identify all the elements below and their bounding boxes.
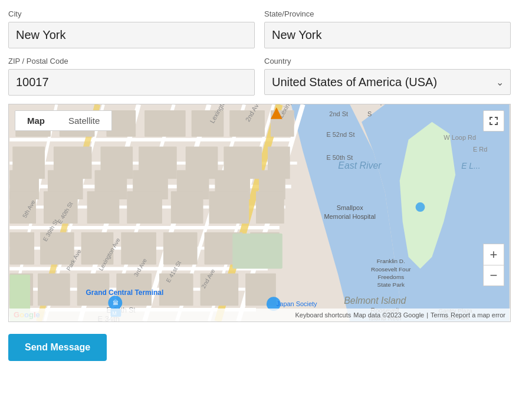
form-row-zip-country: ZIP / Postal Code Country United States … (8, 57, 511, 96)
map-zoom-controls: + − (483, 244, 504, 286)
svg-rect-50 (256, 191, 284, 224)
state-label: State/Province (264, 9, 511, 18)
svg-text:W Loop Rd: W Loop Rd (362, 104, 394, 106)
keyboard-shortcuts-link[interactable]: Keyboard shortcuts (295, 311, 351, 319)
svg-text:Smallpox: Smallpox (337, 204, 364, 211)
svg-text:State Park: State Park (377, 281, 405, 288)
svg-text:E L...: E L... (461, 161, 480, 170)
map-zoom-out-button[interactable]: − (483, 265, 504, 286)
svg-rect-54 (121, 232, 156, 265)
report-link[interactable]: Report a map error (451, 311, 505, 319)
map-container: E 52nd St E 50th St 2nd St S Lexington 2… (8, 104, 511, 322)
svg-text:East River: East River (338, 160, 382, 170)
send-button-container: Send Message (0, 322, 519, 373)
svg-text:Belmont Island: Belmont Island (344, 296, 406, 306)
svg-text:E Rd: E Rd (473, 146, 487, 153)
svg-text:🏛: 🏛 (113, 300, 119, 306)
svg-text:2nd St: 2nd St (329, 110, 348, 117)
map-type-controls: Map Satellite (15, 110, 112, 131)
city-label: City (8, 9, 255, 18)
form-container: City State/Province ZIP / Postal Code Co… (0, 0, 519, 96)
svg-text:Franklin D.: Franklin D. (377, 258, 405, 264)
terms-link[interactable]: Terms (431, 311, 448, 319)
map-tab-map[interactable]: Map (15, 111, 57, 130)
svg-text:E 52nd St: E 52nd St (326, 131, 354, 138)
svg-text:Freedoms: Freedoms (377, 274, 404, 280)
country-group: Country United States of America (USA) ⌄ (264, 57, 511, 96)
map-data-text: Map data ©2023 Google (353, 311, 424, 319)
svg-text:Roosevelt Four: Roosevelt Four (371, 266, 411, 273)
map-footer: Keyboard shortcuts Map data ©2023 Google… (9, 309, 510, 321)
state-group: State/Province (264, 9, 511, 48)
svg-rect-26 (144, 110, 186, 137)
zip-group: ZIP / Postal Code (8, 57, 255, 96)
state-input[interactable] (264, 22, 511, 48)
svg-rect-62 (159, 273, 193, 306)
svg-text:W Loop Rd: W Loop Rd (444, 134, 476, 141)
svg-text:Grand Central Terminal: Grand Central Terminal (86, 288, 164, 297)
svg-rect-47 (127, 191, 162, 224)
svg-text:Memorial Hospital: Memorial Hospital (324, 213, 376, 220)
svg-text:Japan Society: Japan Society (277, 300, 317, 307)
svg-rect-51 (9, 232, 34, 265)
svg-rect-49 (209, 191, 249, 224)
fullscreen-icon (488, 116, 499, 126)
svg-rect-66 (232, 234, 283, 269)
footer-divider: | (426, 311, 428, 319)
svg-rect-55 (163, 232, 198, 265)
country-select[interactable]: United States of America (USA) (264, 69, 511, 95)
city-input[interactable] (8, 22, 255, 48)
city-group: City (8, 9, 255, 48)
zip-label: ZIP / Postal Code (8, 57, 255, 65)
map-svg: E 52nd St E 50th St 2nd St S Lexington 2… (9, 104, 510, 321)
send-message-button[interactable]: Send Message (8, 334, 107, 361)
svg-text:S: S (367, 110, 372, 117)
zip-input[interactable] (8, 69, 255, 96)
svg-rect-46 (87, 191, 120, 224)
form-row-city-state: City State/Province (8, 9, 511, 48)
map-fullscreen-button[interactable] (483, 110, 504, 132)
svg-point-95 (416, 202, 425, 212)
map-zoom-in-button[interactable]: + (483, 244, 504, 265)
map-tab-satellite[interactable]: Satellite (57, 111, 111, 130)
country-select-wrapper: United States of America (USA) ⌄ (264, 69, 511, 95)
country-label: Country (264, 57, 511, 65)
svg-rect-48 (171, 191, 203, 224)
svg-rect-59 (38, 273, 70, 306)
